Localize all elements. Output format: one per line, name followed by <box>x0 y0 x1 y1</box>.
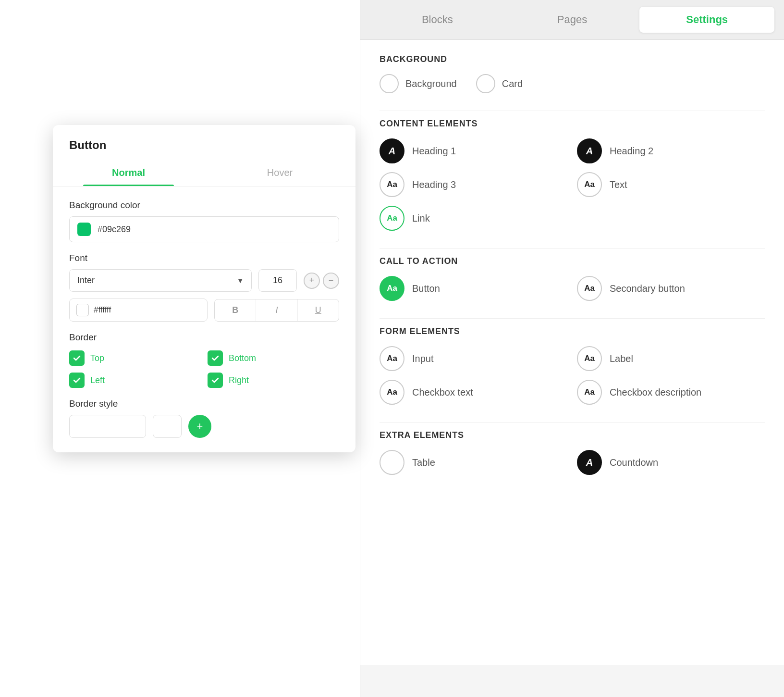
bg-color-swatch <box>77 223 91 236</box>
border-top-checkbox[interactable] <box>69 350 85 366</box>
border-bottom-label: Bottom <box>229 353 256 363</box>
countdown-item[interactable]: A Countdown <box>577 450 765 475</box>
settings-content: BACKGROUND Background Card CONTENT ELEME… <box>360 40 784 665</box>
link-label: Link <box>412 213 430 224</box>
table-item[interactable]: Table <box>380 450 567 475</box>
link-item[interactable]: Aa Link <box>380 206 567 231</box>
border-add-button[interactable]: + <box>188 415 211 438</box>
content-elements-title: CONTENT ELEMENTS <box>380 119 765 129</box>
border-style-select[interactable] <box>69 415 146 438</box>
checkmark-icon <box>73 354 81 362</box>
heading3-item[interactable]: Aa Heading 3 <box>380 172 567 197</box>
content-elements-grid: A Heading 1 A Heading 2 Aa Heading 3 <box>380 138 765 231</box>
checkbox-text-item[interactable]: Aa Checkbox text <box>380 380 567 405</box>
font-color-input[interactable]: #ffffff <box>69 299 208 322</box>
underline-button[interactable]: U <box>298 299 339 321</box>
heading1-icon: A <box>380 138 404 163</box>
label-item[interactable]: Aa Label <box>577 346 765 371</box>
font-row: Inter ▼ 16 + − <box>69 269 339 292</box>
font-color-swatch <box>76 304 89 316</box>
link-icon: Aa <box>380 206 404 231</box>
background-option-background[interactable]: Background <box>380 74 457 93</box>
background-option-label: Background <box>405 78 457 89</box>
extra-elements-title: EXTRA ELEMENTS <box>380 430 765 440</box>
tab-pages[interactable]: Pages <box>505 7 640 33</box>
font-size-input[interactable]: 16 <box>258 269 297 292</box>
bold-button[interactable]: B <box>215 299 256 321</box>
button-label: Button <box>412 283 440 294</box>
border-style-controls: + <box>69 415 339 438</box>
font-stepper: + − <box>304 273 339 289</box>
bp-body: Background color #09c269 Font Inter ▼ 16… <box>53 187 355 438</box>
bp-tab-normal[interactable]: Normal <box>53 160 204 186</box>
input-label: Input <box>412 353 433 364</box>
border-bottom-item[interactable]: Bottom <box>208 350 339 366</box>
background-radio-row: Background Card <box>380 74 765 93</box>
card-option-label: Card <box>502 78 523 89</box>
border-right-checkbox[interactable] <box>208 373 223 388</box>
table-icon <box>380 450 404 475</box>
bg-color-value: #09c269 <box>98 224 131 235</box>
heading1-label: Heading 1 <box>412 146 456 157</box>
text-item[interactable]: Aa Text <box>577 172 765 197</box>
bp-tab-hover[interactable]: Hover <box>204 160 355 186</box>
input-icon: Aa <box>380 346 404 371</box>
border-grid: Top Bottom Left <box>69 350 339 388</box>
border-label: Border <box>69 332 339 343</box>
background-radio-circle <box>380 74 399 93</box>
table-label: Table <box>412 457 435 468</box>
border-right-item[interactable]: Right <box>208 373 339 388</box>
text-label: Text <box>610 179 627 190</box>
border-top-item[interactable]: Top <box>69 350 201 366</box>
border-width-input[interactable] <box>153 415 182 438</box>
cta-title: CALL TO ACTION <box>380 256 765 266</box>
tab-settings[interactable]: Settings <box>639 7 774 33</box>
checkbox-text-icon: Aa <box>380 380 404 405</box>
border-top-label: Top <box>90 353 104 363</box>
divider-2 <box>380 248 765 249</box>
border-left-item[interactable]: Left <box>69 373 201 388</box>
heading2-icon: A <box>577 138 602 163</box>
secondary-button-label: Secondary button <box>610 283 685 294</box>
heading2-label: Heading 2 <box>610 146 653 157</box>
font-family-select[interactable]: Inter ▼ <box>69 269 252 292</box>
border-left-checkbox[interactable] <box>69 373 85 388</box>
text-icon: Aa <box>577 172 602 197</box>
divider-4 <box>380 422 765 423</box>
countdown-label: Countdown <box>610 457 658 468</box>
chevron-down-icon: ▼ <box>237 277 244 285</box>
heading3-icon: Aa <box>380 172 404 197</box>
bg-color-input[interactable]: #09c269 <box>69 216 339 242</box>
checkbox-desc-item[interactable]: Aa Checkbox description <box>577 380 765 405</box>
form-label-label: Label <box>610 353 633 364</box>
italic-button[interactable]: I <box>256 299 297 321</box>
tabs-bar: Blocks Pages Settings <box>360 0 784 40</box>
font-size-increase-button[interactable]: + <box>304 273 320 289</box>
extra-elements-section: EXTRA ELEMENTS Table A Countdown <box>380 430 765 475</box>
font-label: Font <box>69 253 339 263</box>
border-style-label: Border style <box>69 398 339 409</box>
checkmark-icon <box>211 354 220 362</box>
background-section-title: BACKGROUND <box>380 54 765 64</box>
button-item[interactable]: Aa Button <box>380 276 567 301</box>
checkmark-icon <box>211 376 220 385</box>
button-icon: Aa <box>380 276 404 301</box>
background-option-card[interactable]: Card <box>476 74 523 93</box>
border-right-label: Right <box>229 375 249 386</box>
extra-elements-grid: Table A Countdown <box>380 450 765 475</box>
heading2-item[interactable]: A Heading 2 <box>577 138 765 163</box>
form-elements-grid: Aa Input Aa Label Aa Checkbox text <box>380 346 765 405</box>
font-size-decrease-button[interactable]: − <box>323 273 339 289</box>
background-section: BACKGROUND Background Card <box>380 54 765 93</box>
tab-blocks[interactable]: Blocks <box>370 7 505 33</box>
checkbox-desc-icon: Aa <box>577 380 602 405</box>
border-bottom-checkbox[interactable] <box>208 350 223 366</box>
font-color-value: #ffffff <box>94 305 111 315</box>
checkbox-text-label: Checkbox text <box>412 387 473 398</box>
font-family-value: Inter <box>77 275 95 286</box>
secondary-button-item[interactable]: Aa Secondary button <box>577 276 765 301</box>
bg-color-label: Background color <box>69 200 339 211</box>
content-elements-section: CONTENT ELEMENTS A Heading 1 A Heading 2 <box>380 119 765 231</box>
heading1-item[interactable]: A Heading 1 <box>380 138 567 163</box>
input-item[interactable]: Aa Input <box>380 346 567 371</box>
